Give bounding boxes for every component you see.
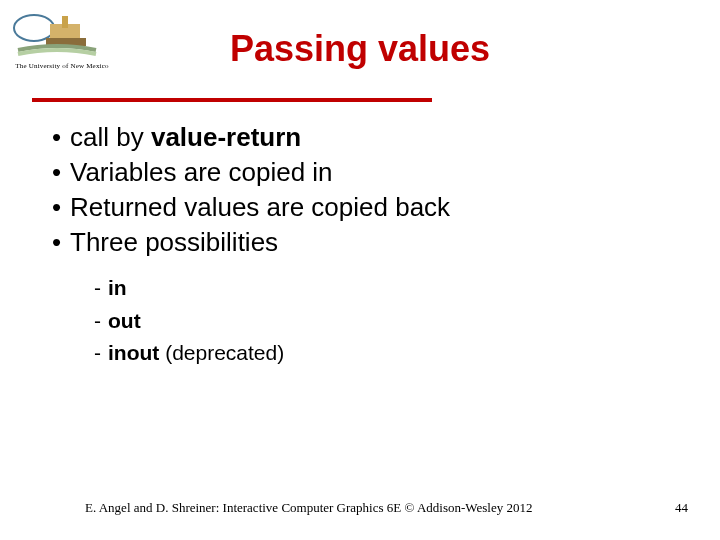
bullet-text-strong: value-return — [151, 122, 301, 152]
sub-bullet-post: (deprecated) — [159, 341, 284, 364]
bullet-item: Three possibilities — [52, 225, 672, 260]
bullet-item: Variables are copied in — [52, 155, 672, 190]
sub-bullet-item: out — [94, 305, 672, 338]
bullet-item: Returned values are copied back — [52, 190, 672, 225]
slide-title: Passing values — [0, 28, 720, 70]
slide: The University of New Mexico Passing val… — [0, 0, 720, 540]
sub-bullet-strong: in — [108, 276, 127, 299]
bullet-list: call by value-return Variables are copie… — [52, 120, 672, 260]
sub-bullet-item: inout (deprecated) — [94, 337, 672, 370]
slide-content: call by value-return Variables are copie… — [52, 120, 672, 370]
bullet-item: call by value-return — [52, 120, 672, 155]
title-underline — [32, 98, 432, 102]
bullet-text-pre: call by — [70, 122, 151, 152]
bullet-text-pre: Three possibilities — [70, 227, 278, 257]
svg-rect-3 — [62, 16, 68, 28]
page-number: 44 — [675, 500, 688, 516]
footer-citation: E. Angel and D. Shreiner: Interactive Co… — [85, 500, 532, 516]
sub-bullet-item: in — [94, 272, 672, 305]
bullet-text-pre: Variables are copied in — [70, 157, 333, 187]
sub-bullet-strong: inout — [108, 341, 159, 364]
bullet-text-pre: Returned values are copied back — [70, 192, 450, 222]
sub-bullet-strong: out — [108, 309, 141, 332]
sub-bullet-list: in out inout (deprecated) — [94, 272, 672, 370]
